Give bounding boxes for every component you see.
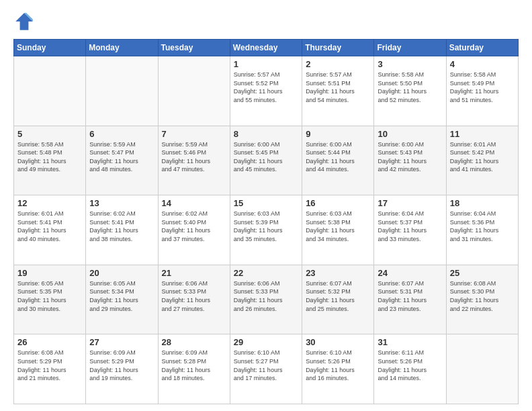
weekday-header-sunday: Sunday bbox=[14, 40, 86, 56]
calendar-cell: 8Sunrise: 6:00 AM Sunset: 5:45 PM Daylig… bbox=[230, 126, 302, 195]
cell-info: Sunrise: 5:58 AM Sunset: 5:48 PM Dayligh… bbox=[17, 140, 82, 174]
page: SundayMondayTuesdayWednesdayThursdayFrid… bbox=[0, 0, 532, 411]
cell-info: Sunrise: 6:06 AM Sunset: 5:33 PM Dayligh… bbox=[234, 279, 298, 313]
cell-info: Sunrise: 6:00 AM Sunset: 5:45 PM Dayligh… bbox=[234, 140, 298, 174]
cell-day-number: 5 bbox=[17, 129, 82, 139]
cell-day-number: 27 bbox=[89, 337, 154, 347]
weekday-header-thursday: Thursday bbox=[302, 40, 374, 56]
calendar-cell: 28Sunrise: 6:09 AM Sunset: 5:28 PM Dayli… bbox=[158, 334, 230, 404]
cell-info: Sunrise: 6:01 AM Sunset: 5:42 PM Dayligh… bbox=[450, 140, 515, 174]
calendar-cell: 10Sunrise: 6:00 AM Sunset: 5:43 PM Dayli… bbox=[374, 126, 446, 195]
cell-info: Sunrise: 6:06 AM Sunset: 5:33 PM Dayligh… bbox=[162, 279, 226, 313]
calendar-cell: 3Sunrise: 5:58 AM Sunset: 5:50 PM Daylig… bbox=[374, 56, 446, 126]
weekday-header-friday: Friday bbox=[374, 40, 446, 56]
cell-day-number: 10 bbox=[378, 129, 442, 139]
cell-info: Sunrise: 5:58 AM Sunset: 5:50 PM Dayligh… bbox=[378, 71, 442, 104]
calendar-cell: 18Sunrise: 6:04 AM Sunset: 5:36 PM Dayli… bbox=[446, 195, 518, 265]
calendar-cell: 13Sunrise: 6:02 AM Sunset: 5:41 PM Dayli… bbox=[86, 195, 158, 265]
cell-day-number: 25 bbox=[450, 268, 515, 278]
calendar-cell: 11Sunrise: 6:01 AM Sunset: 5:42 PM Dayli… bbox=[446, 126, 518, 195]
week-row-3: 12Sunrise: 6:01 AM Sunset: 5:41 PM Dayli… bbox=[14, 195, 519, 265]
calendar-cell: 26Sunrise: 6:08 AM Sunset: 5:29 PM Dayli… bbox=[14, 334, 86, 404]
calendar-cell: 5Sunrise: 5:58 AM Sunset: 5:48 PM Daylig… bbox=[14, 126, 86, 195]
cell-day-number: 19 bbox=[17, 268, 82, 278]
cell-day-number: 20 bbox=[89, 268, 154, 278]
weekday-header-row: SundayMondayTuesdayWednesdayThursdayFrid… bbox=[14, 40, 519, 56]
weekday-header-tuesday: Tuesday bbox=[158, 40, 230, 56]
cell-day-number: 3 bbox=[378, 59, 442, 69]
cell-info: Sunrise: 5:58 AM Sunset: 5:49 PM Dayligh… bbox=[450, 71, 515, 104]
cell-info: Sunrise: 6:01 AM Sunset: 5:41 PM Dayligh… bbox=[17, 210, 82, 243]
cell-day-number: 26 bbox=[17, 337, 82, 347]
calendar-cell: 31Sunrise: 6:11 AM Sunset: 5:26 PM Dayli… bbox=[374, 334, 446, 404]
cell-day-number: 31 bbox=[378, 337, 442, 347]
calendar-cell: 22Sunrise: 6:06 AM Sunset: 5:33 PM Dayli… bbox=[230, 265, 302, 334]
cell-day-number: 29 bbox=[234, 337, 298, 347]
cell-info: Sunrise: 5:59 AM Sunset: 5:46 PM Dayligh… bbox=[162, 140, 226, 174]
cell-day-number: 24 bbox=[378, 268, 442, 278]
cell-day-number: 11 bbox=[450, 129, 515, 139]
cell-day-number: 4 bbox=[450, 59, 515, 69]
cell-day-number: 6 bbox=[89, 129, 154, 139]
calendar-table: SundayMondayTuesdayWednesdayThursdayFrid… bbox=[13, 39, 519, 404]
cell-info: Sunrise: 6:10 AM Sunset: 5:27 PM Dayligh… bbox=[234, 349, 298, 382]
cell-info: Sunrise: 5:57 AM Sunset: 5:51 PM Dayligh… bbox=[306, 71, 370, 104]
weekday-header-monday: Monday bbox=[86, 40, 158, 56]
cell-day-number: 30 bbox=[306, 337, 370, 347]
cell-info: Sunrise: 6:09 AM Sunset: 5:29 PM Dayligh… bbox=[89, 349, 154, 382]
calendar-cell: 23Sunrise: 6:07 AM Sunset: 5:32 PM Dayli… bbox=[302, 265, 374, 334]
calendar-cell: 16Sunrise: 6:03 AM Sunset: 5:38 PM Dayli… bbox=[302, 195, 374, 265]
week-row-4: 19Sunrise: 6:05 AM Sunset: 5:35 PM Dayli… bbox=[14, 265, 519, 334]
header bbox=[13, 11, 519, 32]
cell-info: Sunrise: 6:05 AM Sunset: 5:34 PM Dayligh… bbox=[89, 279, 154, 313]
calendar-cell: 24Sunrise: 6:07 AM Sunset: 5:31 PM Dayli… bbox=[374, 265, 446, 334]
cell-info: Sunrise: 6:07 AM Sunset: 5:31 PM Dayligh… bbox=[378, 279, 442, 313]
cell-info: Sunrise: 6:03 AM Sunset: 5:38 PM Dayligh… bbox=[306, 210, 370, 243]
cell-info: Sunrise: 6:11 AM Sunset: 5:26 PM Dayligh… bbox=[378, 349, 442, 382]
calendar-cell bbox=[86, 56, 158, 126]
cell-day-number: 8 bbox=[234, 129, 298, 139]
calendar-cell: 30Sunrise: 6:10 AM Sunset: 5:26 PM Dayli… bbox=[302, 334, 374, 404]
calendar-cell: 17Sunrise: 6:04 AM Sunset: 5:37 PM Dayli… bbox=[374, 195, 446, 265]
cell-day-number: 13 bbox=[89, 198, 154, 208]
cell-day-number: 2 bbox=[306, 59, 370, 69]
svg-marker-0 bbox=[15, 13, 33, 30]
week-row-5: 26Sunrise: 6:08 AM Sunset: 5:29 PM Dayli… bbox=[14, 334, 519, 404]
cell-info: Sunrise: 6:03 AM Sunset: 5:39 PM Dayligh… bbox=[234, 210, 298, 243]
cell-info: Sunrise: 6:04 AM Sunset: 5:37 PM Dayligh… bbox=[378, 210, 442, 243]
calendar-cell: 20Sunrise: 6:05 AM Sunset: 5:34 PM Dayli… bbox=[86, 265, 158, 334]
cell-info: Sunrise: 6:00 AM Sunset: 5:44 PM Dayligh… bbox=[306, 140, 370, 174]
calendar-cell: 1Sunrise: 5:57 AM Sunset: 5:52 PM Daylig… bbox=[230, 56, 302, 126]
cell-day-number: 17 bbox=[378, 198, 442, 208]
calendar-cell: 6Sunrise: 5:59 AM Sunset: 5:47 PM Daylig… bbox=[86, 126, 158, 195]
calendar-cell: 2Sunrise: 5:57 AM Sunset: 5:51 PM Daylig… bbox=[302, 56, 374, 126]
cell-day-number: 15 bbox=[234, 198, 298, 208]
cell-day-number: 14 bbox=[162, 198, 226, 208]
cell-day-number: 22 bbox=[234, 268, 298, 278]
calendar-cell: 21Sunrise: 6:06 AM Sunset: 5:33 PM Dayli… bbox=[158, 265, 230, 334]
week-row-1: 1Sunrise: 5:57 AM Sunset: 5:52 PM Daylig… bbox=[14, 56, 519, 126]
calendar-cell: 14Sunrise: 6:02 AM Sunset: 5:40 PM Dayli… bbox=[158, 195, 230, 265]
calendar-cell: 29Sunrise: 6:10 AM Sunset: 5:27 PM Dayli… bbox=[230, 334, 302, 404]
cell-info: Sunrise: 6:05 AM Sunset: 5:35 PM Dayligh… bbox=[17, 279, 82, 313]
calendar-cell bbox=[158, 56, 230, 126]
cell-day-number: 1 bbox=[234, 59, 298, 69]
calendar-cell: 25Sunrise: 6:08 AM Sunset: 5:30 PM Dayli… bbox=[446, 265, 518, 334]
cell-info: Sunrise: 6:02 AM Sunset: 5:40 PM Dayligh… bbox=[162, 210, 226, 243]
cell-info: Sunrise: 6:10 AM Sunset: 5:26 PM Dayligh… bbox=[306, 349, 370, 382]
calendar-cell: 4Sunrise: 5:58 AM Sunset: 5:49 PM Daylig… bbox=[446, 56, 518, 126]
calendar-cell: 9Sunrise: 6:00 AM Sunset: 5:44 PM Daylig… bbox=[302, 126, 374, 195]
cell-info: Sunrise: 6:08 AM Sunset: 5:29 PM Dayligh… bbox=[17, 349, 82, 382]
calendar-cell: 19Sunrise: 6:05 AM Sunset: 5:35 PM Dayli… bbox=[14, 265, 86, 334]
logo-icon bbox=[13, 11, 35, 32]
cell-info: Sunrise: 6:08 AM Sunset: 5:30 PM Dayligh… bbox=[450, 279, 515, 313]
calendar-cell: 7Sunrise: 5:59 AM Sunset: 5:46 PM Daylig… bbox=[158, 126, 230, 195]
cell-day-number: 18 bbox=[450, 198, 515, 208]
calendar-cell bbox=[446, 334, 518, 404]
week-row-2: 5Sunrise: 5:58 AM Sunset: 5:48 PM Daylig… bbox=[14, 126, 519, 195]
logo bbox=[13, 11, 39, 32]
cell-info: Sunrise: 6:04 AM Sunset: 5:36 PM Dayligh… bbox=[450, 210, 515, 243]
calendar-cell: 12Sunrise: 6:01 AM Sunset: 5:41 PM Dayli… bbox=[14, 195, 86, 265]
cell-day-number: 21 bbox=[162, 268, 226, 278]
cell-day-number: 12 bbox=[17, 198, 82, 208]
